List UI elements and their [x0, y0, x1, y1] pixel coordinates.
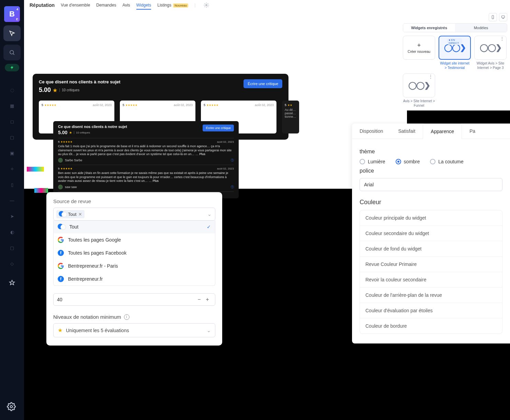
svg-point-0 — [10, 50, 14, 54]
top-nav: Réputation Vue d'ensemble Demandes Avis … — [24, 0, 510, 10]
star-icon: ★ — [53, 88, 57, 93]
widget-card-funnel[interactable]: ⋮ ◯◯❯ — [403, 73, 435, 97]
chip-remove-icon[interactable]: ✕ — [78, 212, 82, 217]
rail-item-12[interactable]: ◇ — [9, 260, 15, 267]
color-item[interactable]: Couleur principale du widget — [360, 210, 502, 225]
rail-cursor-icon[interactable] — [3, 25, 21, 41]
info-icon[interactable]: i — [124, 314, 129, 320]
widget-glyph-icon: ◯◯❯ — [408, 81, 430, 90]
write-review-button-2[interactable]: Écrire une critique — [203, 125, 234, 131]
rail-item-9[interactable]: ➤ — [9, 213, 15, 220]
more-icon[interactable]: ⋮ — [500, 37, 505, 40]
count-stepper[interactable]: 40 − + — [53, 293, 215, 306]
facebook-icon: ⓕ — [231, 185, 234, 189]
review-list-item[interactable]: 5 ★★★★★août 02, 2023Cela fait 1 mois que… — [58, 138, 234, 165]
nav-gear-icon[interactable] — [204, 2, 209, 8]
logo[interactable]: B4E — [4, 6, 20, 22]
tab-reviews[interactable]: Avis — [122, 3, 130, 8]
rail-item-6[interactable]: ✧ — [9, 165, 15, 172]
preview2-rating: 5.00 ★ 10 critiques — [58, 130, 127, 135]
page-title: Réputation — [30, 2, 55, 8]
google-icon — [58, 263, 64, 269]
widget-label[interactable]: Avis > Site Internet > Funnel — [403, 99, 435, 108]
write-review-button[interactable]: Écrire une critique — [243, 79, 282, 88]
rail-item-7[interactable]: ▯ — [9, 181, 15, 188]
source-multiselect[interactable]: Tout ✕ ⌄ — [53, 208, 215, 221]
widget-label[interactable]: Widget Avis > Site Internet > Page 3 — [474, 61, 507, 70]
source-dropdown: Tout✓Toutes les pages GooglefToutes les … — [53, 220, 215, 286]
tab-pa[interactable]: Pa — [462, 124, 483, 139]
tab-widgets[interactable]: Widgets — [136, 3, 151, 10]
tab-disposition[interactable]: Disposition — [352, 124, 390, 139]
svg-point-2 — [206, 4, 207, 6]
min-rating-select[interactable]: ★ Uniquement les 5 évaluations ⌄ — [53, 323, 215, 337]
widget-label[interactable]: Widget site internet > Testimonial — [439, 61, 471, 70]
widget-card-testimonial[interactable]: ● EN DIRECT ◯◯❯ — [439, 36, 471, 60]
radio-light[interactable]: Lumière — [360, 159, 385, 164]
tab-overview[interactable]: Vue d'ensemble — [61, 3, 90, 8]
color-item[interactable]: Couleur secondaire du widget — [360, 225, 502, 241]
tab-models[interactable]: Modèles — [455, 24, 507, 32]
more-icon[interactable]: ⋮ — [428, 75, 433, 78]
stepper-plus[interactable]: + — [203, 296, 212, 303]
source-option[interactable]: fBentrepreneur.fr — [54, 272, 215, 285]
color-item[interactable]: Couleur d'évaluation par étoiles — [360, 303, 502, 318]
review-list-item[interactable]: 5 ★★★★★août 02, 2023Ben avec son aide j'… — [58, 165, 234, 191]
tab-requests[interactable]: Demandes — [96, 3, 116, 8]
rail-item-5[interactable]: ▣ — [9, 150, 15, 156]
tab-listings[interactable]: Listings Nouveau — [157, 3, 188, 8]
preview2-heading: Ce que disent nos clients à notre sujet — [58, 125, 127, 129]
left-rail: B4E ◌ ▦ ◻ ▢ ▣ ✧ ▯ — ➤ ◐ ▢ ◇ — [0, 0, 24, 420]
stepper-minus[interactable]: − — [195, 296, 203, 303]
rail-item-1[interactable]: ◌ — [9, 86, 15, 93]
plus-icon: + — [417, 42, 421, 49]
avatar — [58, 158, 63, 163]
font-select[interactable]: Arial — [360, 178, 502, 191]
widget-glyph-icon: ◯◯❯ — [480, 43, 501, 52]
rail-bolt-icon[interactable] — [5, 64, 19, 71]
review-card-dark[interactable]: 5 ★★ Au dé… passé… tionne… — [282, 101, 299, 133]
color-item[interactable]: Couleur de bordure — [360, 318, 502, 334]
rail-settings-icon[interactable] — [7, 402, 17, 412]
tab-appearance[interactable]: Apparence — [423, 124, 462, 139]
svg-point-1 — [10, 406, 13, 408]
source-option[interactable]: Bentrepreneur.fr - Paris — [54, 259, 215, 272]
appearance-panel: Disposition Satisfait Apparence Pa thème… — [352, 124, 510, 343]
tab-content[interactable]: Satisfait — [390, 124, 423, 139]
device-desktop-icon[interactable] — [499, 13, 507, 21]
review-list[interactable]: 5 ★★★★★août 02, 2023Cela fait 1 mois que… — [58, 138, 234, 195]
all-sources-icon — [59, 211, 66, 217]
rail-search-icon[interactable] — [3, 45, 21, 60]
source-chip[interactable]: Tout ✕ — [56, 210, 84, 218]
color-item[interactable]: Revoir la couleur secondaire — [360, 272, 502, 287]
rail-item-8[interactable]: — — [9, 197, 15, 204]
rail-item-3[interactable]: ◻ — [9, 118, 15, 125]
star-icon: ★ — [69, 131, 72, 135]
color-item[interactable]: Couleur de l'arrière-plan de la revue — [360, 287, 502, 303]
rail-item-star[interactable] — [9, 279, 15, 286]
appearance-tabs: Disposition Satisfait Apparence Pa — [352, 124, 510, 139]
chevron-down-icon: ⌄ — [207, 328, 211, 333]
widget-card-page3[interactable]: ⋮ ◯◯❯ — [474, 36, 507, 60]
theme-title: thème — [360, 149, 502, 155]
create-widget-card[interactable]: + Créer nouveau — [403, 36, 435, 60]
rail-item-10[interactable]: ◐ — [9, 229, 15, 235]
color-item[interactable]: Couleur de fond du widget — [360, 241, 502, 256]
source-option[interactable]: Tout✓ — [54, 220, 215, 233]
svg-rect-4 — [502, 16, 505, 18]
radio-dark[interactable]: sombre — [396, 159, 420, 164]
star-icon: ★ — [58, 327, 63, 334]
source-option[interactable]: Toutes les pages Google — [54, 233, 215, 246]
device-mobile-icon[interactable] — [489, 13, 497, 21]
theme-radio-group: Lumière sombre La coutume — [360, 159, 502, 164]
widget-preview-list: Ce que disent nos clients à notre sujet … — [53, 121, 239, 198]
source-search-input[interactable] — [87, 211, 212, 218]
tab-registered-widgets[interactable]: Widgets enregistrés — [403, 24, 455, 32]
rail-item-11[interactable]: ▢ — [9, 244, 15, 251]
rail-item-4[interactable]: ▢ — [9, 134, 15, 141]
min-rating-title: Niveaux de notation minimum i — [53, 314, 215, 320]
radio-custom[interactable]: La coutume — [430, 159, 463, 164]
color-item[interactable]: Revue Couleur Primaire — [360, 256, 502, 272]
rail-item-2[interactable]: ▦ — [9, 102, 15, 109]
source-option[interactable]: fToutes les pages Facebook — [54, 246, 215, 259]
